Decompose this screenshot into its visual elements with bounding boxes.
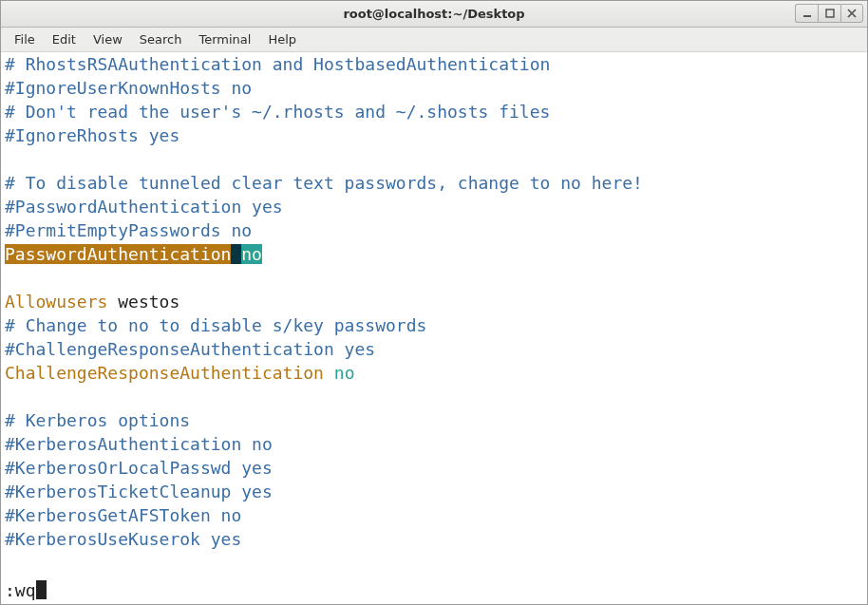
editor-line: # Kerberos options xyxy=(5,408,863,432)
editor-line: #KerberosGetAFSToken no xyxy=(5,503,863,527)
editor-line: #ChallengeResponseAuthentication yes xyxy=(5,337,863,361)
editor-line xyxy=(5,385,863,408)
editor-line: #KerberosAuthentication no xyxy=(5,432,863,456)
terminal-window: root@localhost:~/Desktop File Edit View … xyxy=(0,0,868,605)
editor-line: # RhostsRSAAuthentication and HostbasedA… xyxy=(5,52,863,76)
vim-command-line[interactable]: :wq xyxy=(5,578,47,602)
config-sep xyxy=(231,244,241,264)
svg-rect-1 xyxy=(826,9,834,17)
terminal-viewport[interactable]: # RhostsRSAAuthentication and HostbasedA… xyxy=(1,52,867,604)
cursor-icon xyxy=(36,580,47,599)
editor-line: #KerberosOrLocalPasswd yes xyxy=(5,456,863,480)
maximize-button[interactable] xyxy=(818,4,840,23)
config-value: no xyxy=(241,244,262,264)
menubar: File Edit View Search Terminal Help xyxy=(1,28,867,52)
config-value: westos xyxy=(107,292,179,312)
config-key: PasswordAuthentication xyxy=(5,244,231,264)
menu-help[interactable]: Help xyxy=(260,30,304,48)
menu-file[interactable]: File xyxy=(7,30,43,48)
editor-line: #IgnoreRhosts yes xyxy=(5,123,863,147)
close-icon xyxy=(847,9,857,18)
editor-line: #KerberosUseKuserok yes xyxy=(5,527,863,551)
window-controls xyxy=(795,4,863,23)
config-key: Allowusers xyxy=(5,292,107,312)
editor-line: #KerberosTicketCleanup yes xyxy=(5,480,863,503)
editor-line: #PasswordAuthentication yes xyxy=(5,195,863,218)
editor-line: Allowusers westos xyxy=(5,290,863,313)
config-key: ChallengeResponseAuthentication xyxy=(5,363,324,383)
menu-edit[interactable]: Edit xyxy=(45,30,84,48)
vim-command-text: :wq xyxy=(5,580,36,600)
minimize-button[interactable] xyxy=(795,4,818,23)
maximize-icon xyxy=(825,9,835,18)
config-sep xyxy=(324,363,334,383)
window-title: root@localhost:~/Desktop xyxy=(1,7,867,21)
titlebar: root@localhost:~/Desktop xyxy=(1,1,867,28)
editor-line-highlighted: PasswordAuthentication no xyxy=(5,242,863,266)
editor-line xyxy=(5,147,863,171)
editor-line: # To disable tunneled clear text passwor… xyxy=(5,171,863,195)
close-button[interactable] xyxy=(840,4,863,23)
editor-line: #PermitEmptyPasswords no xyxy=(5,218,863,242)
menu-terminal[interactable]: Terminal xyxy=(191,30,258,48)
editor-line: # Change to no to disable s/key password… xyxy=(5,313,863,337)
editor-line: ChallengeResponseAuthentication no xyxy=(5,361,863,385)
config-value: no xyxy=(334,363,355,383)
editor-line: #IgnoreUserKnownHosts no xyxy=(5,76,863,100)
menu-view[interactable]: View xyxy=(85,30,130,48)
minimize-icon xyxy=(802,9,812,18)
editor-line xyxy=(5,266,863,290)
menu-search[interactable]: Search xyxy=(132,30,190,48)
editor-line: # Don't read the user's ~/.rhosts and ~/… xyxy=(5,100,863,123)
